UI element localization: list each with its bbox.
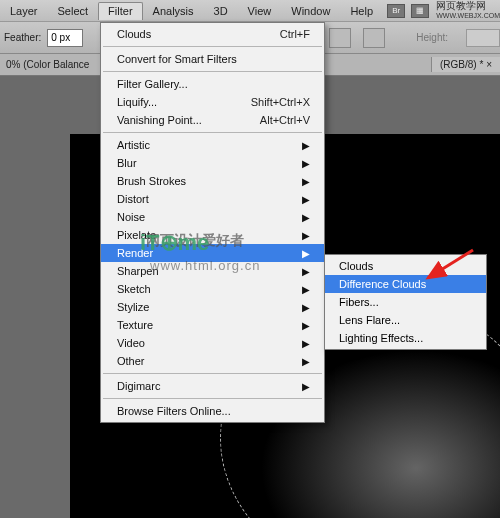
submenu-label: Fibers... [339, 296, 379, 308]
chevron-right-icon: ▶ [302, 338, 310, 349]
filter-liquify[interactable]: Liquify... Shift+Ctrl+X [101, 93, 324, 111]
submenu-label: Lighting Effects... [339, 332, 423, 344]
filter-gallery[interactable]: Filter Gallery... [101, 75, 324, 93]
filter-group-other[interactable]: Other▶ [101, 352, 324, 370]
filter-group-sharpen[interactable]: Sharpen▶ [101, 262, 324, 280]
group-label: Noise [117, 211, 145, 223]
render-submenu: Clouds Difference Clouds Fibers... Lens … [324, 254, 487, 350]
menu-window[interactable]: Window [281, 2, 340, 20]
menu-filter[interactable]: Filter [98, 2, 142, 20]
menu-layer[interactable]: Layer [0, 2, 48, 20]
filter-dropdown: Clouds Ctrl+F Convert for Smart Filters … [100, 22, 325, 423]
browse-filters-online[interactable]: Browse Filters Online... [101, 402, 324, 420]
chevron-right-icon: ▶ [302, 320, 310, 331]
filter-group-video[interactable]: Video▶ [101, 334, 324, 352]
menu-analysis[interactable]: Analysis [143, 2, 204, 20]
group-label: Brush Strokes [117, 175, 186, 187]
group-label: Blur [117, 157, 137, 169]
chevron-right-icon: ▶ [302, 212, 310, 223]
filter-vanishing-point[interactable]: Vanishing Point... Alt+Ctrl+V [101, 111, 324, 129]
liquify-label: Liquify... [117, 96, 157, 108]
filter-group-brush-strokes[interactable]: Brush Strokes▶ [101, 172, 324, 190]
height-label: Height: [416, 32, 448, 43]
menu-view[interactable]: View [238, 2, 282, 20]
filter-group-distort[interactable]: Distort▶ [101, 190, 324, 208]
launch-bridge-icon[interactable]: Br [387, 4, 405, 18]
filter-group-sketch[interactable]: Sketch▶ [101, 280, 324, 298]
convert-smart-label: Convert for Smart Filters [117, 53, 237, 65]
chevron-right-icon: ▶ [302, 248, 310, 259]
filter-group-render[interactable]: Render▶ [101, 244, 324, 262]
group-label: Render [117, 247, 153, 259]
vanishing-shortcut: Alt+Ctrl+V [260, 114, 310, 126]
feather-label: Feather: [4, 32, 41, 43]
filter-gallery-label: Filter Gallery... [117, 78, 188, 90]
watermark-site-title: 网页教学网 [436, 1, 500, 11]
render-fibers[interactable]: Fibers... [325, 293, 486, 311]
group-label: Pixelate [117, 229, 156, 241]
chevron-right-icon: ▶ [302, 302, 310, 313]
menu-help[interactable]: Help [340, 2, 383, 20]
menu-separator [103, 398, 322, 399]
chevron-right-icon: ▶ [302, 230, 310, 241]
render-lighting-effects[interactable]: Lighting Effects... [325, 329, 486, 347]
feather-input[interactable] [47, 29, 83, 47]
group-label: Artistic [117, 139, 150, 151]
filter-last-clouds[interactable]: Clouds Ctrl+F [101, 25, 324, 43]
group-label: Sketch [117, 283, 151, 295]
render-clouds[interactable]: Clouds [325, 257, 486, 275]
submenu-label: Clouds [339, 260, 373, 272]
chevron-right-icon: ▶ [302, 194, 310, 205]
tool-icon-2[interactable] [363, 28, 385, 48]
liquify-shortcut: Shift+Ctrl+X [251, 96, 310, 108]
render-difference-clouds[interactable]: Difference Clouds [325, 275, 486, 293]
menu-separator [103, 71, 322, 72]
filter-digimarc[interactable]: Digimarc▶ [101, 377, 324, 395]
menu-select[interactable]: Select [48, 2, 99, 20]
menu-3d[interactable]: 3D [204, 2, 238, 20]
vanishing-label: Vanishing Point... [117, 114, 202, 126]
watermark-site: 网页教学网 WWW.WEBJX.COM [436, 1, 500, 21]
filter-group-noise[interactable]: Noise▶ [101, 208, 324, 226]
filter-group-stylize[interactable]: Stylize▶ [101, 298, 324, 316]
chevron-right-icon: ▶ [302, 381, 310, 392]
group-label: Distort [117, 193, 149, 205]
group-label: Texture [117, 319, 153, 331]
tool-icon[interactable] [329, 28, 351, 48]
digimarc-label: Digimarc [117, 380, 160, 392]
group-label: Video [117, 337, 145, 349]
menu-separator [103, 132, 322, 133]
height-value[interactable] [466, 29, 500, 47]
document-tab-right[interactable]: (RGB/8) * × [431, 57, 500, 72]
chevron-right-icon: ▶ [302, 356, 310, 367]
filter-group-artistic[interactable]: Artistic▶ [101, 136, 324, 154]
document-tab-left[interactable]: 0% (Color Balance [0, 57, 95, 72]
chevron-right-icon: ▶ [302, 266, 310, 277]
chevron-right-icon: ▶ [302, 158, 310, 169]
render-lens-flare[interactable]: Lens Flare... [325, 311, 486, 329]
group-label: Sharpen [117, 265, 159, 277]
filter-group-pixelate[interactable]: Pixelate▶ [101, 226, 324, 244]
screen-mode-icon[interactable]: ▦ [411, 4, 429, 18]
chevron-right-icon: ▶ [302, 284, 310, 295]
browse-label: Browse Filters Online... [117, 405, 231, 417]
menu-separator [103, 46, 322, 47]
chevron-right-icon: ▶ [302, 140, 310, 151]
chevron-right-icon: ▶ [302, 176, 310, 187]
menubar: Layer Select Filter Analysis 3D View Win… [0, 0, 500, 22]
submenu-label: Difference Clouds [339, 278, 426, 290]
convert-smart-filters[interactable]: Convert for Smart Filters [101, 50, 324, 68]
filter-group-texture[interactable]: Texture▶ [101, 316, 324, 334]
filter-last-shortcut: Ctrl+F [280, 28, 310, 40]
filter-last-label: Clouds [117, 28, 151, 40]
watermark-site-url: WWW.WEBJX.COM [436, 11, 500, 21]
filter-group-blur[interactable]: Blur▶ [101, 154, 324, 172]
submenu-label: Lens Flare... [339, 314, 400, 326]
group-label: Stylize [117, 301, 149, 313]
group-label: Other [117, 355, 145, 367]
document-tab-right-label: (RGB/8) * × [440, 59, 492, 70]
menu-separator [103, 373, 322, 374]
